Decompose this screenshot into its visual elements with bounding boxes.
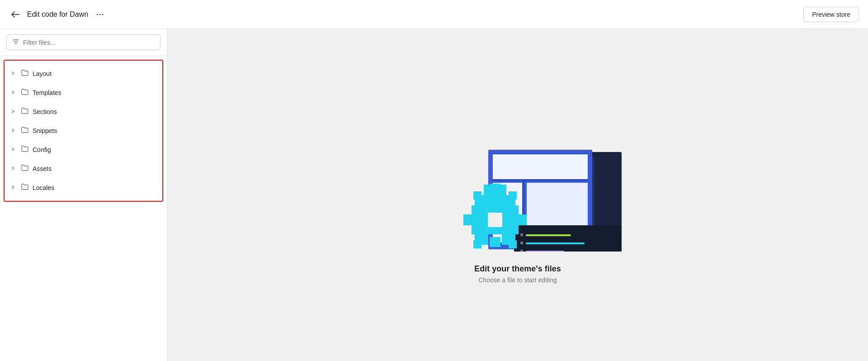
svg-rect-46: [502, 231, 515, 245]
svg-rect-43: [475, 195, 488, 209]
svg-rect-20: [526, 242, 585, 244]
filter-input[interactable]: [23, 39, 155, 46]
sidebar-item-layout[interactable]: Layout: [5, 64, 162, 83]
header: Edit code for Dawn Preview store: [0, 0, 868, 29]
page-title: Edit code for Dawn: [27, 10, 88, 19]
content-area: Edit your theme's files Choose a file to…: [167, 29, 868, 361]
sidebar-item-snippets[interactable]: Snippets: [5, 121, 162, 140]
filter-icon: [12, 38, 19, 47]
header-left: Edit code for Dawn: [9, 8, 106, 21]
svg-rect-12: [492, 153, 589, 154]
sidebar-item-config[interactable]: Config: [5, 140, 162, 159]
sidebar-item-assets[interactable]: Assets: [5, 159, 162, 178]
filter-bar: [0, 29, 167, 56]
preview-store-button[interactable]: Preview store: [803, 7, 859, 22]
sidebar-item-assets-label: Assets: [33, 165, 52, 172]
sidebar: Layout Templates: [0, 29, 167, 361]
back-icon[interactable]: [9, 8, 22, 21]
more-options-icon[interactable]: [94, 8, 106, 21]
chevron-layout-icon: [11, 71, 17, 77]
svg-rect-22: [526, 251, 564, 252]
sidebar-item-config-label: Config: [33, 146, 51, 153]
svg-rect-17: [520, 233, 523, 236]
filter-input-wrap[interactable]: [6, 34, 160, 50]
folder-layout-icon: [21, 69, 29, 79]
svg-point-0: [97, 14, 98, 15]
svg-rect-15: [514, 225, 622, 252]
folder-locales-icon: [21, 183, 29, 193]
chevron-assets-icon: [11, 166, 17, 172]
main-layout: Layout Templates: [0, 29, 868, 361]
svg-point-2: [102, 14, 104, 15]
chevron-config-icon: [11, 147, 17, 153]
sidebar-item-sections[interactable]: Sections: [5, 102, 162, 121]
chevron-templates-icon: [11, 90, 17, 96]
chevron-sections-icon: [11, 109, 17, 115]
sidebar-item-layout-label: Layout: [33, 70, 52, 77]
sidebar-item-sections-label: Sections: [33, 108, 57, 115]
content-subtitle: Choose a file to start editing: [478, 276, 557, 284]
svg-rect-19: [520, 242, 523, 244]
svg-rect-44: [502, 195, 515, 209]
svg-rect-34: [490, 237, 500, 247]
folder-assets-icon: [21, 164, 29, 174]
folder-templates-icon: [21, 88, 29, 98]
svg-rect-21: [520, 250, 523, 252]
chevron-locales-icon: [11, 185, 17, 191]
sidebar-item-locales[interactable]: Locales: [5, 178, 162, 197]
svg-point-1: [99, 14, 101, 15]
folder-config-icon: [21, 145, 29, 155]
svg-rect-18: [526, 234, 571, 236]
theme-illustration: [405, 107, 631, 252]
svg-rect-13: [492, 179, 589, 181]
folder-snippets-icon: [21, 126, 29, 136]
folder-sections-icon: [21, 107, 29, 117]
sidebar-item-locales-label: Locales: [33, 184, 54, 191]
svg-rect-48: [488, 213, 502, 227]
content-title: Edit your theme's files: [474, 264, 561, 274]
svg-rect-45: [475, 231, 488, 245]
chevron-snippets-icon: [11, 128, 17, 134]
svg-rect-9: [493, 154, 588, 179]
sidebar-item-snippets-label: Snippets: [33, 127, 57, 134]
sidebar-item-templates-label: Templates: [33, 89, 61, 96]
file-tree: Layout Templates: [4, 60, 163, 202]
sidebar-item-templates[interactable]: Templates: [5, 83, 162, 102]
